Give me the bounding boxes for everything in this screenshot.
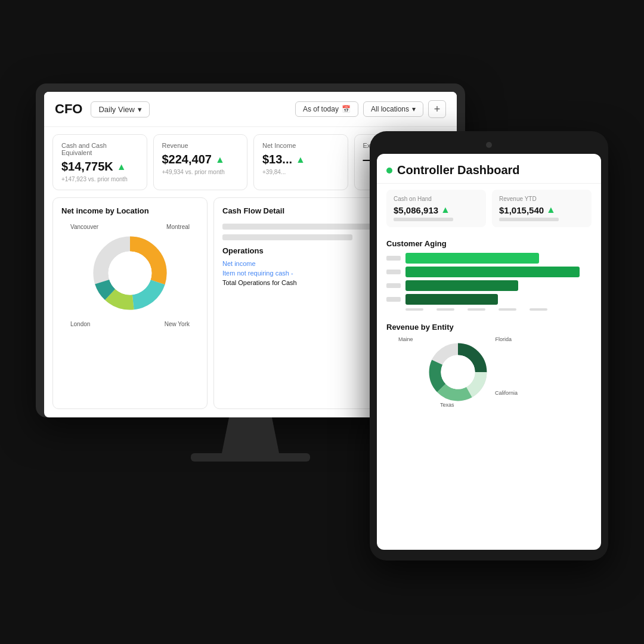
tablet-frame: Controller Dashboard Cash on Hand $5,086… (370, 131, 608, 561)
svg-point-11 (441, 355, 475, 389)
rev-label-california: California (495, 390, 518, 396)
kpi-netincome-value: $13... (262, 153, 292, 166)
calendar-icon: 📅 (342, 105, 351, 113)
all-locations-button[interactable]: All locations ▾ (363, 101, 423, 117)
revenue-entity-title: Revenue by Entity (386, 323, 592, 332)
kpi-revenue-arrow: ▲ (215, 154, 225, 165)
ctrl-cash-sub (394, 218, 453, 221)
scene: CFO Daily View ▾ As of today 📅 All loca (36, 54, 608, 590)
as-of-today-button[interactable]: As of today 📅 (295, 101, 358, 117)
ctrl-cash-label: Cash on Hand (394, 196, 479, 202)
ctrl-cash-arrow: ▲ (441, 205, 450, 215)
ctrl-kpi-cash: Cash on Hand $5,086,913 ▲ (386, 190, 486, 227)
bar-label-1 (386, 256, 401, 261)
bar-label-2 (386, 270, 401, 274)
tablet-camera (486, 142, 492, 148)
kpi-revenue-value-row: $224,407 ▲ (162, 153, 239, 166)
green-dot-icon (386, 168, 392, 174)
kpi-cash-value: $14,775K (61, 160, 113, 174)
bar-fill-2 (405, 267, 580, 277)
bar-fill-1 (405, 253, 539, 264)
monitor-stand (215, 417, 286, 453)
bar-label-4 (386, 297, 401, 302)
loc-vancouver: Vancouver (70, 224, 98, 230)
kpi-cash-value-row: $14,775K ▲ (61, 160, 138, 174)
revenue-entity-section: Revenue by Entity Maine Florida Californ… (377, 317, 601, 414)
ctrl-cash-value: $5,086,913 ▲ (394, 205, 479, 215)
kpi-card-cash: Cash and Cash Equivalent $14,775K ▲ +147… (52, 134, 147, 190)
loc-montreal: Montreal (166, 224, 190, 230)
kpi-netincome-label: Net Income (262, 142, 339, 149)
kpi-revenue-label: Revenue (162, 142, 239, 149)
bar-fill-3 (405, 280, 518, 291)
ctrl-revenue-label: Revenue YTD (499, 196, 584, 202)
kpi-netincome-value-row: $13... ▲ (262, 153, 339, 166)
rev-label-maine: Maine (398, 336, 413, 342)
customer-aging-section: Customer Aging (377, 233, 601, 317)
customer-aging-title: Customer Aging (386, 239, 592, 248)
chevron-down-icon: ▾ (412, 105, 416, 113)
controller-kpi-row: Cash on Hand $5,086,913 ▲ Revenue YTD $1… (377, 184, 601, 233)
loc-newyork: New York (165, 321, 190, 327)
add-button[interactable]: + (428, 100, 446, 118)
kpi-netincome-arrow: ▲ (296, 154, 305, 165)
revenue-chart-area: Maine Florida California Texas (386, 336, 592, 408)
kpi-cash-label: Cash and Cash Equivalent (61, 142, 138, 156)
ctrl-kpi-revenue: Revenue YTD $1,015,540 ▲ (492, 190, 592, 227)
cashflow-bar-2 (222, 234, 352, 240)
bar-fill-4 (405, 294, 498, 305)
daily-view-button[interactable]: Daily View ▾ (91, 101, 149, 117)
controller-title: Controller Dashboard (397, 163, 520, 177)
rev-label-texas: Texas (440, 402, 454, 408)
monitor-base (191, 453, 310, 462)
tablet-screen: Controller Dashboard Cash on Hand $5,086… (377, 154, 601, 550)
cfo-header: CFO Daily View ▾ As of today 📅 All loca (44, 92, 457, 127)
controller-title-row: Controller Dashboard (386, 163, 592, 177)
donut-chart (88, 231, 172, 315)
kpi-netincome-sub: +39,84... (262, 169, 339, 175)
controller-header: Controller Dashboard (377, 154, 601, 184)
net-income-card: Net income by Location Vancouver Montrea… (52, 197, 208, 409)
bar-row-2 (386, 267, 592, 277)
kpi-revenue-sub: +49,934 vs. prior month (162, 169, 239, 175)
tablet: Controller Dashboard Cash on Hand $5,086… (370, 131, 608, 561)
kpi-card-revenue: Revenue $224,407 ▲ +49,934 vs. prior mon… (153, 134, 248, 190)
net-income-title: Net income by Location (61, 206, 199, 215)
rev-label-florida: Florida (495, 336, 512, 342)
chevron-down-icon: ▾ (138, 105, 142, 114)
ctrl-revenue-value: $1,015,540 ▲ (499, 205, 584, 215)
ctrl-revenue-sub (499, 218, 559, 221)
svg-point-5 (109, 252, 152, 295)
customer-aging-chart (386, 253, 592, 305)
kpi-revenue-value: $224,407 (162, 153, 212, 166)
bar-label-3 (386, 283, 401, 288)
cfo-title: CFO (55, 101, 82, 117)
kpi-cash-sub: +147,923 vs. prior month (61, 176, 138, 182)
bar-row-1 (386, 253, 592, 264)
bar-row-4 (386, 294, 592, 305)
loc-london: London (70, 321, 90, 327)
kpi-card-netincome: Net Income $13... ▲ +39,84... (253, 134, 348, 190)
kpi-cash-arrow: ▲ (117, 162, 126, 172)
header-controls: As of today 📅 All locations ▾ + (295, 100, 446, 118)
ctrl-revenue-arrow: ▲ (546, 205, 556, 215)
bar-row-3 (386, 280, 592, 291)
